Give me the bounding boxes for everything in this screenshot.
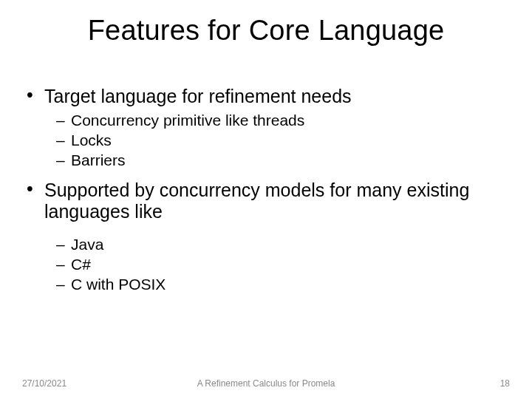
footer-page-number: 18 [500,378,510,389]
slide-title: Features for Core Language [0,15,532,47]
bullet-level2: C with POSIX [27,276,505,293]
footer-title: A Refinement Calculus for Promela [0,378,532,389]
bullet-level2: Concurrency primitive like threads [27,112,505,129]
bullet-level2: Java [27,236,505,253]
bullet-level2: C# [27,256,505,273]
slide: Features for Core Language Target langua… [0,0,532,399]
slide-body: Target language for refinement needs Con… [27,78,505,296]
bullet-level2: Barriers [27,151,505,169]
bullet-level2: Locks [27,132,505,149]
bullet-level1: Supported by concurrency models for many… [27,180,505,222]
bullet-level1: Target language for refinement needs [27,86,505,107]
